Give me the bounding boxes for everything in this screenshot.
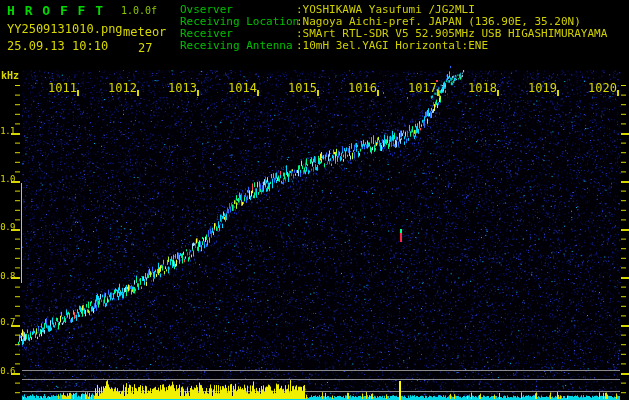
x-tick-label: 1013 — [167, 81, 197, 95]
spectrogram-canvas — [0, 0, 629, 400]
y-tick-label: 0.9 — [0, 222, 15, 232]
x-tick-label: 1018 — [467, 81, 497, 95]
y-tick-label: 1.1 — [0, 126, 15, 136]
y-axis-unit: kHz — [1, 70, 19, 81]
x-tick-label: 1014 — [227, 81, 257, 95]
x-tick-label: 1020 — [587, 81, 617, 95]
observation-datetime: 25.09.13 10:10 — [7, 39, 108, 53]
x-tick-label: 1011 — [47, 81, 77, 95]
y-tick-label: 0.8 — [0, 271, 15, 281]
meteor-count: 27 — [138, 41, 152, 55]
info-label: Receiving Antenna — [180, 40, 296, 52]
output-filename: YY2509131010.png — [7, 22, 123, 36]
info-row-antenna: Receiving Antenna:10mH 3el.YAGI Horizont… — [180, 40, 488, 52]
x-tick-label: 1019 — [527, 81, 557, 95]
x-tick-label: 1016 — [347, 81, 377, 95]
app-version: 1.0.0f — [121, 5, 157, 16]
y-tick-label: 1.0 — [0, 174, 15, 184]
x-tick-label: 1015 — [287, 81, 317, 95]
x-tick-label: 1012 — [107, 81, 137, 95]
observation-mode-label: meteor — [123, 25, 166, 39]
info-value: :10mH 3el.YAGI Horizontal:ENE — [296, 39, 488, 52]
y-tick-label: 0.6 — [0, 366, 15, 376]
x-tick-label: 1017 — [407, 81, 437, 95]
hrofft-output-image: H R O F F T 1.0.0f YY2509131010.png mete… — [0, 0, 629, 400]
app-title: H R O F F T — [7, 3, 104, 18]
y-tick-label: 0.7 — [0, 317, 15, 327]
